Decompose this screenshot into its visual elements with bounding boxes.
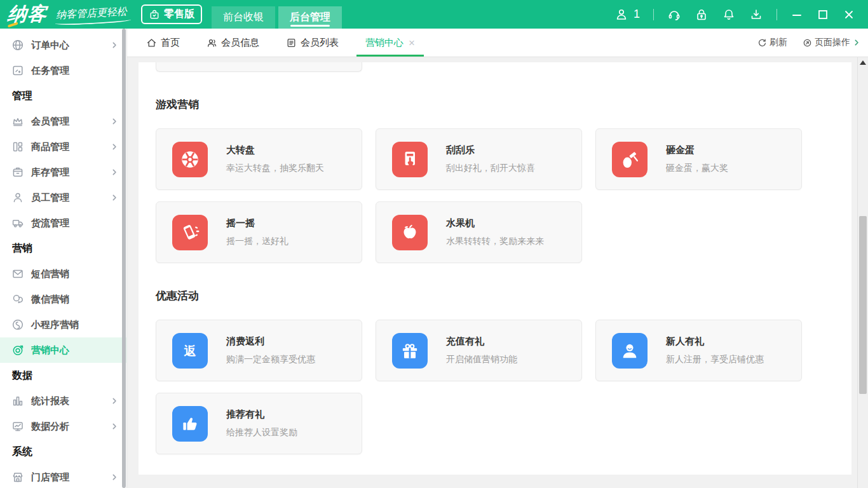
list-icon [286, 37, 297, 48]
action-label: 刷新 [770, 37, 787, 48]
user-icon [614, 8, 628, 22]
edition-badge-label: 零售版 [164, 8, 194, 21]
sidebar-item[interactable]: 数据分析 [0, 414, 126, 439]
lock-icon[interactable] [695, 8, 709, 22]
card-text: 消费返利购满一定金额享受优惠 [226, 336, 315, 365]
sidebar-item[interactable]: 统计报表 [0, 388, 126, 414]
card-text: 大转盘幸运大转盘，抽奖乐翻天 [226, 144, 324, 174]
user-account-button[interactable]: 1 [614, 8, 640, 22]
feature-card[interactable]: 砸金蛋砸金蛋，赢大奖 [595, 128, 802, 190]
card-title: 大转盘 [226, 144, 324, 156]
card-title: 推荐有礼 [226, 409, 297, 421]
feature-card[interactable]: 返消费返利购满一定金额享受优惠 [156, 320, 362, 381]
titlebar-tab[interactable]: 后台管理 [278, 6, 342, 29]
card-title: 新人有礼 [666, 336, 764, 348]
action-page-operations[interactable]: 页面操作 [803, 37, 860, 48]
shopping-bag-icon [149, 9, 160, 20]
tab-label: 营销中心 [365, 37, 403, 49]
rebate-icon: 返 [172, 333, 208, 369]
feature-card[interactable]: 充值有礼开启储值营销功能 [376, 320, 582, 381]
tab[interactable]: 营销中心× [356, 29, 424, 57]
scroll-up-arrow-icon[interactable] [860, 60, 866, 65]
titlebar-tab[interactable]: 前台收银 [212, 6, 275, 29]
store-icon [11, 471, 24, 484]
miniprogram-icon [11, 318, 24, 331]
chevron-right-icon [111, 194, 118, 201]
refresh-icon [757, 38, 767, 48]
sidebar-item-label: 数据分析 [31, 421, 69, 433]
app-logo: 纳客 [6, 1, 48, 27]
app-tagline: 纳客管店更轻松 [55, 5, 127, 24]
feature-card[interactable]: 推荐有礼给推荐人设置奖励 [156, 393, 362, 454]
tab[interactable]: 首页 [137, 29, 189, 57]
card-subtitle: 水果转转转，奖励来来来 [446, 236, 544, 247]
chevron-right-icon [111, 118, 118, 125]
bell-icon[interactable] [722, 8, 736, 22]
content-area: 首页会员信息会员列表营销中心× 刷新页面操作 游戏营销大转盘幸运大转盘，抽奖乐翻… [127, 29, 868, 488]
sidebar-item[interactable]: 会员管理 [0, 109, 126, 134]
card-subtitle: 砸金蛋，赢大奖 [666, 163, 728, 174]
globe-icon [11, 39, 24, 51]
sidebar-item-label: 货流管理 [31, 217, 69, 229]
download-icon[interactable] [749, 8, 763, 22]
maximize-button[interactable] [817, 8, 829, 21]
sidebar-item-label: 订单中心 [31, 39, 69, 51]
action-label: 页面操作 [815, 37, 850, 48]
sidebar-item[interactable]: 库存管理 [0, 159, 126, 185]
card-text: 砸金蛋砸金蛋，赢大奖 [666, 144, 728, 174]
sidebar-item-label: 营销中心 [31, 344, 69, 356]
sidebar-item[interactable]: 员工管理 [0, 185, 126, 210]
tab[interactable]: 会员列表 [277, 29, 348, 57]
content-scrollbar[interactable] [857, 57, 868, 488]
card-grid: 返消费返利购满一定金额享受优惠充值有礼开启储值营销功能新人有礼新人注册，享受店铺… [156, 320, 851, 454]
sidebar-item[interactable]: 短信营销 [0, 261, 126, 287]
egg-icon [612, 142, 648, 177]
sidebar-item[interactable]: 微信营销 [0, 287, 126, 312]
sidebar-item-label: 任务管理 [31, 65, 69, 77]
feature-card[interactable]: 大转盘幸运大转盘，抽奖乐翻天 [156, 128, 362, 190]
titlebar-right: 1 [614, 8, 855, 22]
content-scrollbar-thumb[interactable] [859, 216, 867, 394]
sidebar-item[interactable]: 任务管理 [0, 58, 126, 83]
app-body: 订单中心任务管理管理会员管理商品管理库存管理员工管理货流管理营销短信营销微信营销… [0, 29, 868, 488]
card-subtitle: 购满一定金额享受优惠 [226, 354, 315, 365]
card-subtitle: 给推荐人设置奖励 [226, 427, 297, 438]
close-button[interactable] [843, 8, 855, 21]
sidebar-item[interactable]: 商品管理 [0, 134, 126, 159]
section-title: 游戏营销 [156, 97, 851, 112]
feature-card[interactable]: 摇一摇摇一摇，送好礼 [156, 201, 362, 263]
tab-label: 会员信息 [221, 37, 259, 49]
home-icon [146, 37, 157, 48]
sidebar-item-label: 微信营销 [31, 294, 69, 306]
tab[interactable]: 会员信息 [198, 29, 268, 57]
user-count: 1 [634, 8, 640, 21]
chevron-right-icon [111, 397, 118, 405]
minimize-button[interactable] [790, 8, 803, 21]
sidebar-item[interactable]: 门店管理 [0, 464, 126, 488]
sidebar-item[interactable]: 货流管理 [0, 210, 126, 236]
titlebar-nav: 前台收银后台管理 [212, 6, 342, 29]
card-subtitle: 开启储值营销功能 [446, 354, 517, 365]
tab-close-icon[interactable]: × [409, 37, 415, 48]
sidebar-section-label: 系统 [0, 439, 126, 464]
newuser-icon [612, 333, 648, 369]
sidebar-item[interactable]: 营销中心 [0, 337, 126, 363]
headset-icon[interactable] [667, 8, 681, 22]
card-title: 刮刮乐 [446, 144, 535, 156]
sidebar-item[interactable]: 小程序营销 [0, 312, 126, 337]
sidebar-item-label: 商品管理 [31, 141, 69, 153]
report-icon [11, 395, 24, 407]
staff-icon [11, 191, 24, 204]
feature-card[interactable]: 新人有礼新人注册，享受店铺优惠 [595, 320, 802, 381]
sidebar-scrollbar-thumb[interactable] [122, 29, 126, 488]
edition-badge: 零售版 [141, 4, 202, 24]
feature-card[interactable]: 刮刮乐刮出好礼，刮开大惊喜 [376, 128, 582, 190]
card-text: 刮刮乐刮出好礼，刮开大惊喜 [446, 144, 535, 174]
sidebar-item-label: 会员管理 [31, 116, 69, 128]
feature-card[interactable]: 水果机水果转转转，奖励来来来 [376, 201, 582, 263]
marketing-icon [11, 344, 24, 356]
sidebar-item[interactable]: 订单中心 [0, 32, 126, 58]
card-title: 消费返利 [226, 336, 315, 348]
clipped-card[interactable] [156, 62, 362, 72]
action-refresh[interactable]: 刷新 [757, 37, 787, 48]
